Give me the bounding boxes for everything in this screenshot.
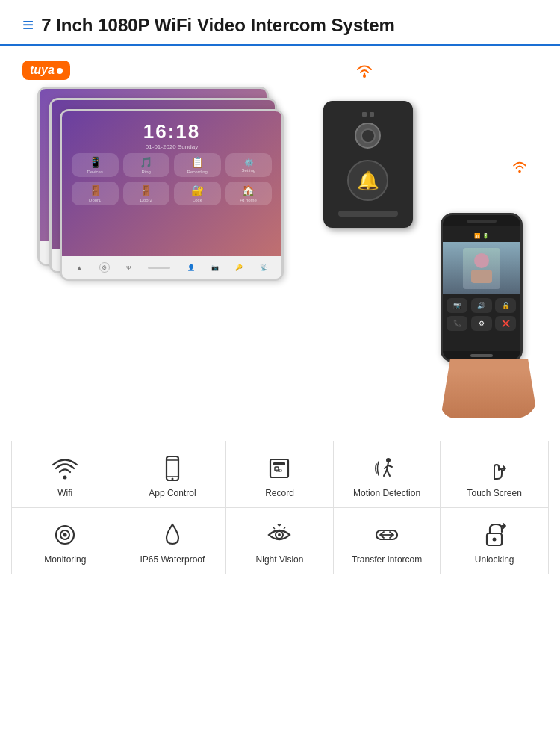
svg-point-19 [63,533,67,537]
doorbell-unit: 🔔 [323,101,413,228]
phone-btn-5: ⚙ [471,316,492,331]
svg-line-26 [284,527,285,529]
screen-icon-door2: 🚪Door2 [123,182,170,205]
phone-btn-2: 🔊 [471,298,492,313]
wifi-feature-icon [52,455,78,482]
feature-app-control-label: App Control [149,488,196,498]
monitor-screen-front: 16:18 01-01-2020 Sunday 📱Devices 🎵Ring 📋… [62,111,281,256]
feature-waterproof-label: IP65 Waterproof [140,554,205,565]
doorbell-camera [355,123,381,149]
feature-waterproof: IP65 Waterproof [119,508,227,574]
screen-icon-home: 🏠At home [225,182,273,205]
monitor-bottom-front: ▲ ⚙ Ψ 👤 📷 🔑 📡 [62,256,281,279]
feature-touch-label: Touch Screen [467,488,522,498]
product-section: tuya [0,46,560,433]
monitors-stack: 16:18 01-01-2020 Sunday 📱Devices 🎵Ring 📋… [37,87,306,371]
svg-line-14 [387,470,390,476]
monitor-front: 16:18 01-01-2020 Sunday 📱Devices 🎵Ring 📋… [60,109,284,281]
svg-point-0 [363,75,366,78]
features-section: Wifi App Control SD Record [0,433,560,582]
feature-wifi: Wifi [12,441,119,507]
screen-icon-door1: 🚪Door1 [72,182,119,205]
feature-app-control: App Control [119,441,227,507]
feature-transfer-intercom: Transfer Intorcom [334,508,441,574]
right-side: 🔔 📶 🔋 [323,61,538,418]
feature-record: SD Record [226,441,334,507]
night-vision-icon [266,521,293,548]
header-icon: ≡ [22,13,34,37]
svg-point-30 [493,538,497,542]
phone-section: 📶 🔋 📷 🔊 🔓 [441,213,538,418]
app-control-icon [159,455,186,482]
feature-wifi-label: Wifi [57,488,72,498]
feature-night-label: Night Vision [256,554,304,565]
svg-line-13 [384,470,387,476]
phone-status-bar: 📶 🔋 [443,226,520,242]
bell-icon: 🔔 [357,170,379,191]
phone-wrapper: 📶 🔋 📷 🔊 🔓 [441,213,538,418]
feature-monitoring: Monitoring [12,508,119,574]
screen-icon-recording: 📋Recording [174,153,221,177]
monitoring-icon [52,521,78,548]
transfer-intercom-icon [373,521,400,548]
feature-monitoring-label: Monitoring [44,554,86,565]
feature-record-label: Record [265,488,294,498]
feature-unlocking: Unlocking [441,508,548,574]
feature-touch-screen: Touch Screen [441,441,548,507]
doorbell-speaker [338,211,398,217]
svg-line-25 [273,527,275,529]
wifi-top-icon [353,61,376,79]
hand-illustration [441,359,538,418]
phone-screen: 📶 🔋 📷 🔊 🔓 [443,226,520,351]
page-title: 7 Inch 1080P WiFi Video Intercom System [41,15,395,36]
feature-unlocking-label: Unlocking [475,554,514,565]
svg-point-1 [518,170,521,173]
feature-transfer-label: Transfer Intorcom [352,554,422,565]
phone-device: 📶 🔋 📷 🔊 🔓 [441,213,523,362]
screen-icon-lock: 🔐Lock [174,182,221,205]
screen-date: 01-01-2020 Sunday [146,143,198,150]
phone-btn-3: 🔓 [495,298,516,313]
phone-btn-6: ❌ [495,316,516,331]
svg-point-2 [63,476,67,480]
waterproof-icon [159,521,186,548]
phone-speaker [467,220,497,223]
svg-point-21 [278,533,281,536]
screen-icon-devices: 📱Devices [72,153,119,177]
wifi-signal-top [353,61,376,82]
wifi-mid-icon [509,158,530,174]
svg-rect-8 [273,462,285,465]
wifi-signal-middle [509,158,530,177]
features-row-1: Wifi App Control SD Record [11,441,549,508]
unlocking-icon [481,521,508,548]
screen-time: 16:18 [143,120,201,143]
phone-home-bar [470,354,493,357]
feature-motion-detection: Motion Detection [334,441,441,507]
tuya-badge: tuya [22,61,70,80]
svg-line-16 [388,465,392,467]
screen-icon-ring: 🎵Ring [123,153,170,177]
svg-point-6 [171,478,173,480]
doorbell-button[interactable]: 🔔 [347,160,388,201]
motion-detection-icon [373,455,400,482]
screen-icon-blank: ⚙️Setting [225,153,273,177]
record-icon: SD [266,455,293,482]
phone-btn-4: 📞 [447,316,467,331]
doorbell-leds [362,112,374,117]
doorbell-lens [361,128,376,143]
phone-controls: 📷 🔊 🔓 📞 ⚙ ❌ [443,294,520,335]
phone-camera-feed [443,242,520,294]
monitors-area: tuya [22,61,323,371]
features-row-2: Monitoring IP65 Waterproof Nig [11,508,549,574]
feature-motion-label: Motion Detection [353,488,420,498]
feature-night-vision: Night Vision [226,508,334,574]
screen-icons: 📱Devices 🎵Ring 📋Recording ⚙️Setting � [68,153,276,205]
touch-screen-icon [481,455,508,482]
phone-btn-1: 📷 [447,298,467,313]
header: ≡ 7 Inch 1080P WiFi Video Intercom Syste… [0,0,560,46]
svg-text:SD: SD [276,468,283,473]
